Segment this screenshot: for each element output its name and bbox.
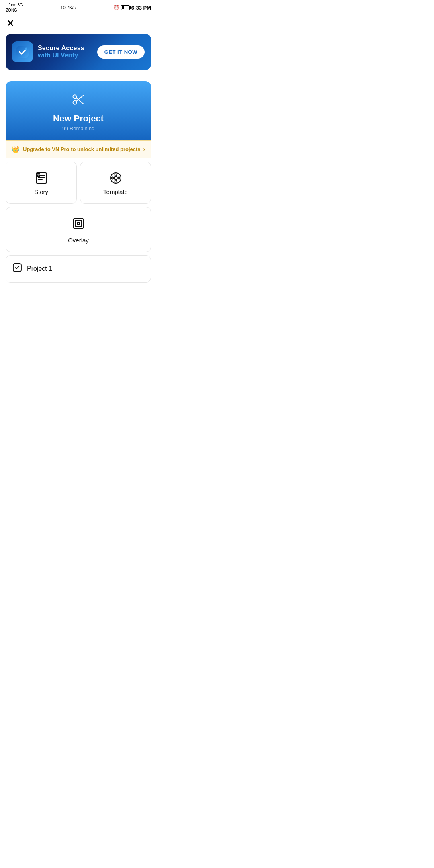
svg-point-15 bbox=[115, 174, 117, 176]
overlay-card[interactable]: Overlay bbox=[6, 207, 151, 252]
chevron-right-icon: › bbox=[143, 146, 145, 153]
svg-rect-17 bbox=[73, 218, 84, 229]
options-grid: Story Template bbox=[6, 162, 151, 204]
verify-logo-icon bbox=[16, 46, 29, 58]
svg-point-1 bbox=[25, 48, 27, 50]
project-label: Project 1 bbox=[27, 265, 52, 272]
ad-left: Secure Access with UI Verify bbox=[12, 41, 84, 62]
alarm-icon: ⏰ bbox=[113, 5, 119, 10]
status-right: ⏰ 34 6:33 PM bbox=[113, 5, 151, 11]
svg-point-19 bbox=[77, 222, 80, 225]
upgrade-banner[interactable]: 👑 Upgrade to VN Pro to unlock unlimited … bbox=[6, 140, 151, 158]
upgrade-text: 👑 Upgrade to VN Pro to unlock unlimited … bbox=[12, 145, 141, 153]
battery-icon: 34 bbox=[121, 5, 130, 10]
template-icon bbox=[109, 172, 122, 184]
time: 6:33 PM bbox=[131, 5, 151, 11]
ad-text: Secure Access with UI Verify bbox=[38, 45, 84, 59]
close-button[interactable]: ✕ bbox=[0, 14, 157, 31]
carrier-info: Ufone 3G ZONG bbox=[6, 2, 23, 13]
new-project-subtitle: 99 Remaining bbox=[62, 125, 94, 131]
svg-point-16 bbox=[115, 180, 117, 182]
crown-icon: 👑 bbox=[12, 145, 20, 153]
svg-rect-18 bbox=[75, 220, 82, 227]
ad-subtitle: with UI Verify bbox=[38, 52, 84, 59]
svg-line-5 bbox=[76, 98, 84, 104]
project-card[interactable]: Project 1 bbox=[6, 255, 151, 283]
close-icon[interactable]: ✕ bbox=[6, 18, 14, 28]
svg-point-12 bbox=[114, 176, 117, 180]
project-icon bbox=[12, 263, 22, 275]
status-bar: Ufone 3G ZONG 10.7K/s ⏰ 34 6:33 PM bbox=[0, 0, 157, 14]
story-label: Story bbox=[34, 188, 48, 195]
ad-title: Secure Access bbox=[38, 45, 84, 52]
svg-point-14 bbox=[118, 177, 120, 179]
new-project-title: New Project bbox=[53, 113, 104, 124]
svg-point-11 bbox=[111, 173, 121, 183]
overlay-icon bbox=[72, 217, 85, 233]
story-icon bbox=[35, 172, 48, 184]
scissors-icon bbox=[71, 92, 86, 108]
template-card[interactable]: Template bbox=[80, 162, 151, 204]
template-label: Template bbox=[103, 188, 128, 195]
ad-logo bbox=[12, 41, 33, 62]
svg-point-13 bbox=[111, 177, 113, 179]
story-card[interactable]: Story bbox=[6, 162, 77, 204]
svg-line-4 bbox=[76, 95, 84, 101]
overlay-label: Overlay bbox=[68, 237, 89, 244]
new-project-section: New Project 99 Remaining bbox=[6, 81, 151, 140]
ad-banner[interactable]: Secure Access with UI Verify GET IT NOW bbox=[6, 34, 151, 70]
svg-rect-0 bbox=[16, 46, 29, 58]
network-speed: 10.7K/s bbox=[61, 5, 76, 10]
ad-cta-button[interactable]: GET IT NOW bbox=[97, 45, 145, 59]
